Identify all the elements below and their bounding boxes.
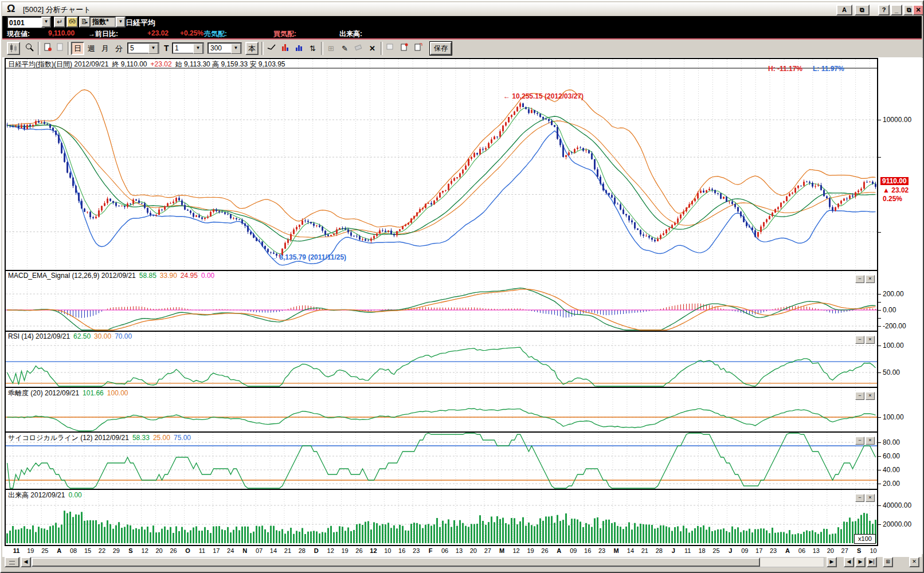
copy-window-button[interactable]: ⧉ [855, 5, 870, 15]
axis-label: 50.00 [883, 368, 900, 376]
rsi-panel-header: RSI (14) 2012/09/2162.5030.0070.00 [8, 332, 135, 340]
scrollbar-thumb[interactable] [32, 558, 760, 567]
indicator-value: 30.00 [94, 332, 111, 340]
symbol-code-input[interactable] [7, 17, 45, 29]
panel-close-button[interactable]: ✕ [909, 557, 919, 567]
new-window-button[interactable] [398, 42, 411, 55]
volume-panel[interactable]: 出来高 2012/09/210.00−× [6, 489, 877, 545]
save-button[interactable]: 保存 [430, 42, 452, 55]
panel-close-button[interactable]: × [866, 494, 875, 502]
copy-page-button[interactable] [41, 42, 54, 55]
title-bar[interactable]: Ω [5002] 分析チャート A ⧉ ? _ ⧉ ✕ [2, 2, 922, 17]
chevron-down-icon: ▼ [119, 19, 123, 24]
scroll-left-button[interactable]: ◀ [21, 557, 31, 567]
erase-tool-button[interactable] [352, 42, 365, 55]
macd-panel[interactable]: MACD_EMA_Signal (12,26,9) 2012/09/2158.8… [6, 270, 877, 331]
layout-window-button[interactable] [384, 42, 397, 55]
rsi-panel[interactable]: RSI (14) 2012/09/2162.5030.0070.00−× [6, 331, 877, 387]
scroll-right-button[interactable]: ▶ [827, 557, 837, 567]
chart-panels: 日経平均(指数)(日間) 2012/09/21終 9,110.00+23.02始… [5, 58, 878, 546]
deviation-panel[interactable]: 乖離度 (20) 2012/09/21101.66100.00−× [6, 387, 877, 431]
page-prev-button[interactable]: ◀ [844, 557, 854, 567]
panel-close-button[interactable]: × [866, 392, 875, 400]
search-button[interactable]: 👓︎ [66, 17, 78, 28]
font-button[interactable]: A [836, 5, 852, 15]
axis-tick [878, 310, 881, 311]
time-axis-label: 26 [170, 547, 177, 554]
close-button[interactable]: ✕ [913, 5, 924, 15]
grid-tool-button[interactable]: ⊞ [324, 42, 338, 55]
change-label: →前日比: [88, 29, 118, 39]
price-header-segment: +23.02 [151, 60, 172, 68]
chevron-down-icon: ▼ [193, 44, 203, 54]
page-icon [43, 42, 53, 52]
minute-interval-select[interactable]: 5▼ [127, 42, 159, 54]
psych-panel-header: サイコロジカルライン (12) 2012/09/2158.3325.0075.0… [8, 433, 194, 443]
volume-histogram-button[interactable] [292, 42, 306, 55]
time-axis-label: 19 [27, 547, 34, 554]
bar-count-select[interactable]: 300▼ [207, 42, 242, 54]
minimize-button[interactable]: _ [891, 5, 902, 15]
draw-tool-button[interactable]: ✎ [338, 42, 351, 55]
candlestick-tool-button[interactable] [7, 42, 20, 55]
current-price-label: 現在値: [7, 29, 30, 39]
jump-to-end-button[interactable]: ▶| [867, 557, 877, 567]
panel-close-button[interactable]: × [866, 336, 875, 344]
page-next-button[interactable]: ▶ [855, 557, 866, 567]
panel-minimize-button[interactable]: − [855, 392, 864, 400]
time-axis-label: 23 [598, 547, 605, 554]
volume-unit-label: x100 [854, 534, 876, 544]
period-daily-button[interactable]: 日 [71, 42, 84, 55]
panel-minimize-button[interactable]: − [855, 437, 864, 445]
axis-tick [878, 318, 881, 319]
grid-toggle-button[interactable]: ⊞ [883, 557, 893, 567]
scrollbar-grip[interactable] [5, 557, 19, 567]
time-axis-label: 17 [213, 547, 220, 554]
horizontal-scrollbar[interactable]: ◀ ▶ ◀ ▶ ▶| ⊞ ✕ [2, 557, 922, 567]
memo-button[interactable]: 📝︎ [79, 17, 91, 28]
kairi-panel-header: 乖離度 (20) 2012/09/21101.66100.00 [8, 388, 131, 398]
indicator-histogram-button[interactable] [279, 42, 292, 55]
category-select[interactable]: 指数* [89, 17, 116, 28]
time-axis-label: 26 [541, 547, 548, 554]
symbol-dropdown-button[interactable]: ▼ [41, 17, 51, 28]
copy-icon: ⧉ [860, 6, 864, 13]
category-dropdown-button[interactable]: ▼ [116, 17, 126, 28]
panel-minimize-button[interactable]: − [855, 336, 864, 344]
time-axis-label: 06 [441, 547, 448, 554]
help-button[interactable]: ? [878, 5, 890, 15]
panel-window-buttons: −× [854, 389, 875, 400]
axis-tick [878, 120, 881, 120]
grid-icon: ⊞ [886, 559, 890, 564]
time-axis-label: D [314, 547, 319, 554]
tick-interval-select[interactable]: 1▼ [172, 42, 204, 54]
copy-page2-button[interactable] [54, 42, 67, 55]
blue-histogram-icon [294, 42, 304, 52]
panel-close-button[interactable]: × [866, 437, 875, 445]
period-weekly-button[interactable]: 週 [85, 42, 98, 55]
panel-window-buttons: −× [854, 491, 875, 502]
period-minute-button[interactable]: 分 [112, 42, 126, 55]
time-axis-label: 11 [684, 547, 691, 554]
time-axis-label: 10 [384, 547, 391, 554]
bar-count-value: 300 [210, 44, 222, 52]
panel-close-button[interactable]: × [866, 275, 875, 283]
psychological-panel[interactable]: サイコロジカルライン (12) 2012/09/2158.3325.0075.0… [6, 431, 877, 489]
panel-minimize-button[interactable]: − [855, 275, 864, 283]
time-axis-label: 12 [512, 547, 519, 554]
time-axis-label: S [857, 547, 861, 554]
period-monthly-button[interactable]: 月 [99, 42, 112, 55]
window-icon [386, 42, 396, 52]
price-header-segment: 日経平均(指数)(日間) 2012/09/21 [8, 60, 108, 68]
enter-button[interactable]: ↵ [54, 17, 65, 28]
delete-all-button[interactable]: ✕ [366, 42, 379, 55]
scrollbar-track[interactable] [31, 557, 824, 567]
clone-window-button[interactable] [412, 42, 425, 55]
zoom-tool-button[interactable] [23, 42, 36, 55]
time-axis-label: 23 [413, 547, 420, 554]
crosshair-tool-button[interactable] [265, 42, 278, 55]
scale-adjust-button[interactable]: ⇅ [306, 42, 319, 55]
panel-minimize-button[interactable]: − [855, 494, 864, 502]
bars-unit-button[interactable]: 本 [245, 42, 259, 55]
price-panel[interactable]: 日経平均(指数)(日間) 2012/09/21終 9,110.00+23.02始… [6, 59, 877, 270]
